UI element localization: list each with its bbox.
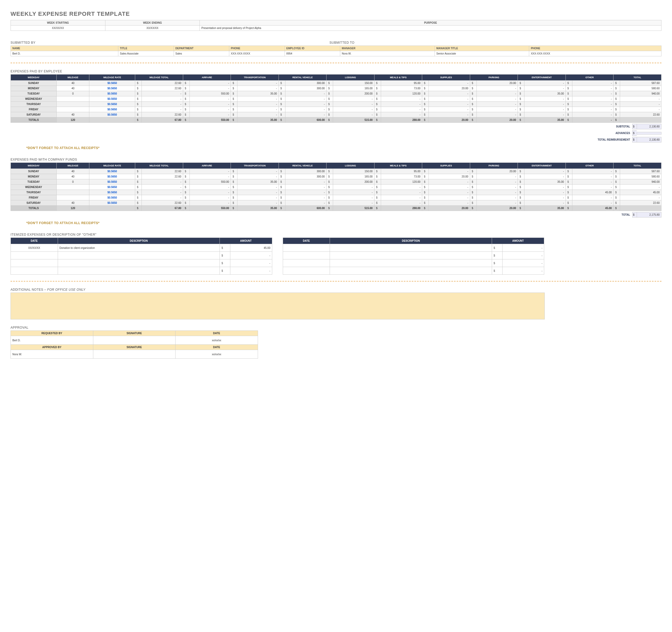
amount-cell[interactable]: - (477, 195, 518, 200)
amount-cell[interactable]: 300.00 (285, 169, 327, 174)
v-mgr[interactable]: Nora W. (340, 51, 435, 56)
item-date[interactable] (11, 259, 58, 267)
amount-cell[interactable]: - (285, 190, 327, 195)
week-start[interactable]: XX/XX/XX (11, 26, 105, 31)
amount-cell[interactable]: - (237, 86, 279, 91)
amount-cell[interactable]: - (333, 195, 375, 200)
v-mgrtitle[interactable]: Senior Associate (435, 51, 529, 56)
amount-cell[interactable]: - (524, 169, 566, 174)
mileage-cell[interactable] (57, 96, 89, 102)
amount-cell[interactable]: - (142, 102, 183, 107)
amount-cell[interactable]: - (620, 96, 662, 102)
amount-cell[interactable]: - (572, 86, 614, 91)
amount-cell[interactable]: - (524, 174, 566, 179)
amount-cell[interactable]: - (572, 184, 614, 190)
amount-cell[interactable]: - (381, 200, 422, 206)
item-desc[interactable] (330, 267, 492, 275)
amount-cell[interactable]: - (477, 200, 518, 206)
amount-cell[interactable]: - (190, 200, 231, 206)
notes-box[interactable] (10, 293, 545, 320)
item-amt[interactable]: - (502, 259, 544, 267)
mileage-cell[interactable]: 40 (57, 169, 89, 174)
item-desc[interactable] (330, 244, 492, 252)
amount-cell[interactable]: 165.00 (333, 86, 375, 91)
v-mgrphone[interactable]: XXX-XXX-XXXX (529, 51, 662, 56)
amount-cell[interactable]: - (381, 96, 422, 102)
mileage-cell[interactable]: 40 (57, 112, 89, 118)
amount-cell[interactable]: - (237, 195, 279, 200)
req-name[interactable]: Bert D. (11, 336, 93, 345)
amount-cell[interactable]: - (285, 195, 327, 200)
amount-cell[interactable]: - (190, 86, 231, 91)
v-empid[interactable]: 8954 (285, 51, 340, 56)
item-desc[interactable] (58, 252, 220, 259)
mileage-cell[interactable] (57, 195, 89, 200)
amount-cell[interactable]: - (285, 96, 327, 102)
amount-cell[interactable]: 587.60 (620, 169, 662, 174)
amount-cell[interactable]: 200.00 (333, 91, 375, 96)
amount-cell[interactable]: 22.60 (142, 174, 183, 179)
amount-cell[interactable]: - (477, 91, 518, 96)
amount-cell[interactable]: 35.00 (237, 179, 279, 184)
amount-cell[interactable]: - (190, 174, 231, 179)
amount-cell[interactable]: 150.00 (333, 169, 375, 174)
mileage-cell[interactable] (57, 190, 89, 195)
amount-cell[interactable]: 165.00 (333, 174, 375, 179)
amount-cell[interactable]: - (572, 96, 614, 102)
item-date[interactable] (11, 252, 58, 259)
amount-cell[interactable]: 22.60 (620, 200, 662, 206)
amount-cell[interactable]: - (572, 200, 614, 206)
amount-cell[interactable]: - (429, 195, 470, 200)
item-amt[interactable]: - (502, 252, 544, 259)
amount-cell[interactable]: 20.00 (429, 174, 470, 179)
amount-cell[interactable]: - (333, 96, 375, 102)
amount-cell[interactable]: - (477, 184, 518, 190)
amount-cell[interactable]: 940.00 (620, 179, 662, 184)
amount-cell[interactable]: - (237, 169, 279, 174)
amount-cell[interactable]: - (285, 179, 327, 184)
amount-cell[interactable]: - (572, 112, 614, 118)
amount-cell[interactable]: - (237, 190, 279, 195)
amount-cell[interactable]: - (524, 102, 566, 107)
amount-cell[interactable]: - (524, 96, 566, 102)
amount-cell[interactable]: - (381, 195, 422, 200)
amount-cell[interactable]: - (477, 86, 518, 91)
amount-cell[interactable]: - (429, 190, 470, 195)
amount-cell[interactable]: 73.00 (381, 174, 422, 179)
mileage-cell[interactable]: 40 (57, 81, 89, 86)
amount-cell[interactable]: 20.00 (477, 169, 518, 174)
req-sig[interactable] (93, 336, 175, 345)
mileage-cell[interactable] (57, 184, 89, 190)
mileage-cell[interactable] (57, 107, 89, 112)
amount-cell[interactable]: 95.00 (381, 169, 422, 174)
amount-cell[interactable]: - (429, 102, 470, 107)
amount-cell[interactable]: - (572, 179, 614, 184)
item-date[interactable] (283, 252, 330, 259)
item-desc[interactable] (330, 259, 492, 267)
mileage-cell[interactable] (57, 102, 89, 107)
week-end[interactable]: XX/XX/XX (105, 26, 200, 31)
amount-cell[interactable]: 550.00 (190, 179, 231, 184)
amount-cell[interactable]: 22.60 (142, 169, 183, 174)
amount-cell[interactable]: - (381, 184, 422, 190)
amount-cell[interactable]: - (237, 81, 279, 86)
amount-cell[interactable]: - (477, 112, 518, 118)
amount-cell[interactable]: - (333, 190, 375, 195)
item-amt[interactable]: - (502, 244, 544, 252)
amount-cell[interactable]: - (572, 81, 614, 86)
amount-cell[interactable]: - (142, 190, 183, 195)
amount-cell[interactable]: - (429, 96, 470, 102)
amount-cell[interactable]: - (142, 184, 183, 190)
amount-cell[interactable]: - (524, 107, 566, 112)
amount-cell[interactable]: - (142, 107, 183, 112)
amount-cell[interactable]: - (620, 184, 662, 190)
amount-cell[interactable]: - (524, 86, 566, 91)
app-sig[interactable] (93, 350, 175, 359)
amount-cell[interactable]: 120.00 (381, 179, 422, 184)
amount-cell[interactable]: - (190, 195, 231, 200)
amount-cell[interactable]: 22.60 (620, 112, 662, 118)
amount-cell[interactable]: - (190, 190, 231, 195)
amount-cell[interactable]: - (285, 184, 327, 190)
amount-cell[interactable]: - (429, 179, 470, 184)
amount-cell[interactable]: - (477, 190, 518, 195)
